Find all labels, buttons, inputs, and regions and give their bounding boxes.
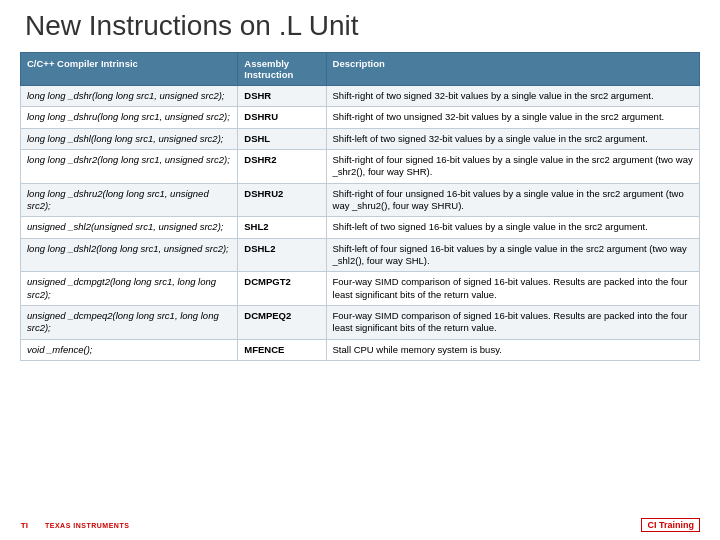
cell-intrinsic: unsigned _dcmpgt2(long long src1, long l… bbox=[21, 272, 238, 306]
page: New Instructions on .L Unit C/C++ Compil… bbox=[0, 0, 720, 540]
cell-description: Shift-right of four unsigned 16-bit valu… bbox=[326, 183, 699, 217]
cell-assembly: DCMPGT2 bbox=[238, 272, 326, 306]
table-row: long long _dshru2(long long src1, unsign… bbox=[21, 183, 700, 217]
cell-description: Stall CPU while memory system is busy. bbox=[326, 339, 699, 360]
table-row: long long _dshr2(long long src1, unsigne… bbox=[21, 150, 700, 184]
cell-assembly: DSHR2 bbox=[238, 150, 326, 184]
table-row: long long _dshl2(long long src1, unsigne… bbox=[21, 238, 700, 272]
cell-intrinsic: long long _dshr(long long src1, unsigned… bbox=[21, 86, 238, 107]
table-header-row: C/C++ Compiler Intrinsic AssemblyInstruc… bbox=[21, 53, 700, 86]
cell-description: Four-way SIMD comparison of signed 16-bi… bbox=[326, 272, 699, 306]
cell-description: Shift-left of four signed 16-bit values … bbox=[326, 238, 699, 272]
cell-description: Shift-left of two signed 16-bit values b… bbox=[326, 217, 699, 238]
cell-assembly: DSHR bbox=[238, 86, 326, 107]
footer: TI TEXAS INSTRUMENTS CI Training bbox=[20, 518, 700, 532]
cell-assembly: DSHRU bbox=[238, 107, 326, 128]
col-header-desc: Description bbox=[326, 53, 699, 86]
table-row: long long _dshr(long long src1, unsigned… bbox=[21, 86, 700, 107]
cell-description: Four-way SIMD comparison of signed 16-bi… bbox=[326, 306, 699, 340]
cell-intrinsic: unsigned _shl2(unsigned src1, unsigned s… bbox=[21, 217, 238, 238]
cell-intrinsic: void _mfence(); bbox=[21, 339, 238, 360]
table-row: unsigned _dcmpeq2(long long src1, long l… bbox=[21, 306, 700, 340]
table-row: long long _dshl(long long src1, unsigned… bbox=[21, 128, 700, 149]
footer-logo-text: TEXAS INSTRUMENTS bbox=[45, 522, 129, 529]
table-row: unsigned _dcmpgt2(long long src1, long l… bbox=[21, 272, 700, 306]
ti-logo: TI TEXAS INSTRUMENTS bbox=[20, 518, 129, 532]
cell-description: Shift-left of two signed 32-bit values b… bbox=[326, 128, 699, 149]
cell-intrinsic: long long _dshru2(long long src1, unsign… bbox=[21, 183, 238, 217]
cell-assembly: DSHL bbox=[238, 128, 326, 149]
cell-intrinsic: long long _dshr2(long long src1, unsigne… bbox=[21, 150, 238, 184]
svg-text:TI: TI bbox=[21, 521, 28, 530]
page-title: New Instructions on .L Unit bbox=[20, 10, 700, 42]
cell-intrinsic: long long _dshl(long long src1, unsigned… bbox=[21, 128, 238, 149]
cell-intrinsic: long long _dshl2(long long src1, unsigne… bbox=[21, 238, 238, 272]
cell-assembly: DSHL2 bbox=[238, 238, 326, 272]
instructions-table: C/C++ Compiler Intrinsic AssemblyInstruc… bbox=[20, 52, 700, 361]
cell-intrinsic: unsigned _dcmpeq2(long long src1, long l… bbox=[21, 306, 238, 340]
table-body: long long _dshr(long long src1, unsigned… bbox=[21, 86, 700, 361]
col-header-intrinsic: C/C++ Compiler Intrinsic bbox=[21, 53, 238, 86]
cell-intrinsic: long long _dshru(long long src1, unsigne… bbox=[21, 107, 238, 128]
table-row: long long _dshru(long long src1, unsigne… bbox=[21, 107, 700, 128]
cell-assembly: SHL2 bbox=[238, 217, 326, 238]
table-row: unsigned _shl2(unsigned src1, unsigned s… bbox=[21, 217, 700, 238]
table-row: void _mfence();MFENCEStall CPU while mem… bbox=[21, 339, 700, 360]
cell-description: Shift-right of four signed 16-bit values… bbox=[326, 150, 699, 184]
cell-description: Shift-right of two signed 32-bit values … bbox=[326, 86, 699, 107]
cell-description: Shift-right of two unsigned 32-bit value… bbox=[326, 107, 699, 128]
cell-assembly: DSHRU2 bbox=[238, 183, 326, 217]
cell-assembly: DCMPEQ2 bbox=[238, 306, 326, 340]
footer-brand-label: CI Training bbox=[641, 518, 700, 532]
ti-icon: TI bbox=[20, 518, 42, 532]
cell-assembly: MFENCE bbox=[238, 339, 326, 360]
col-header-assembly: AssemblyInstruction bbox=[238, 53, 326, 86]
